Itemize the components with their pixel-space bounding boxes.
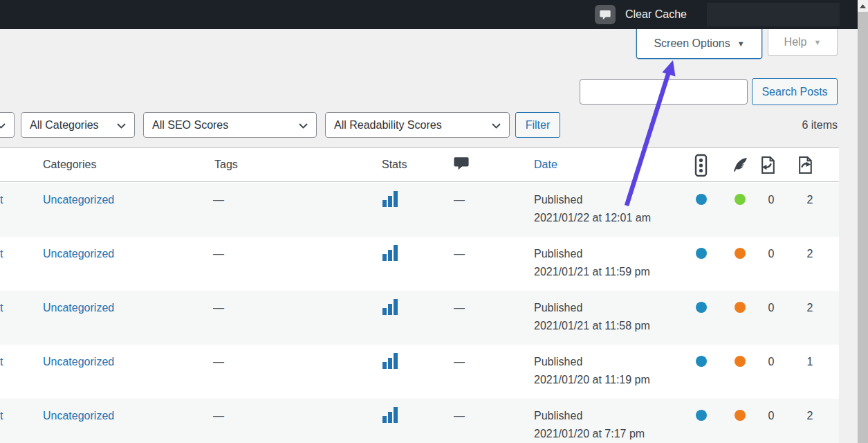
tags-value: — bbox=[213, 302, 224, 314]
readability-score-dot bbox=[735, 194, 746, 205]
incoming-links-count: 0 bbox=[764, 248, 778, 260]
chevron-down-icon: ▼ bbox=[814, 39, 822, 46]
post-date: 2021/01/21 at 11:59 pm bbox=[534, 266, 650, 278]
category-link[interactable]: Uncategorized bbox=[43, 410, 114, 422]
post-status: Published bbox=[534, 356, 582, 368]
category-link[interactable]: Uncategorized bbox=[43, 356, 114, 368]
seo-score-dot bbox=[696, 410, 707, 421]
scrollbar-thumb[interactable] bbox=[858, 12, 868, 443]
help-label: Help bbox=[784, 36, 807, 48]
chevron-down-icon bbox=[492, 119, 501, 132]
post-title-fragment[interactable]: t bbox=[0, 302, 3, 314]
chevron-down-icon: ▼ bbox=[737, 40, 745, 48]
tags-value: — bbox=[213, 248, 224, 260]
admin-bar-secondary-region bbox=[707, 3, 840, 26]
seo-score-dot bbox=[696, 248, 707, 259]
seo-scores-filter-value: All SEO Scores bbox=[152, 119, 228, 132]
post-status: Published bbox=[534, 194, 582, 206]
screen-options-label: Screen Options bbox=[654, 37, 730, 50]
category-link[interactable]: Uncategorized bbox=[43, 302, 114, 314]
seo-score-dot bbox=[696, 302, 707, 313]
post-date: 2021/01/21 at 11:58 pm bbox=[534, 320, 650, 332]
comment-bubble-icon bbox=[595, 5, 616, 24]
table-row: t Uncategorized — — Published 2021/01/21… bbox=[0, 291, 839, 345]
outgoing-links-count: 1 bbox=[803, 356, 817, 368]
table-header-row: Categories Tags Stats Date bbox=[0, 148, 839, 182]
post-date: 2021/01/20 at 11:19 pm bbox=[534, 374, 650, 386]
post-title-fragment[interactable]: t bbox=[0, 194, 3, 206]
chevron-down-icon bbox=[0, 119, 6, 132]
post-title-fragment[interactable]: t bbox=[0, 410, 3, 422]
readability-scores-filter-select[interactable]: All Readability Scores bbox=[325, 112, 510, 138]
readability-score-dot bbox=[735, 302, 746, 313]
stats-bar-chart-icon[interactable] bbox=[382, 298, 398, 319]
clear-cache-label: Clear Cache bbox=[625, 8, 687, 21]
incoming-links-count: 0 bbox=[764, 302, 778, 314]
incoming-links-count: 0 bbox=[764, 194, 778, 206]
column-header-date[interactable]: Date bbox=[534, 159, 557, 171]
outgoing-links-count: 2 bbox=[803, 248, 817, 260]
category-link[interactable]: Uncategorized bbox=[43, 194, 114, 206]
table-body: t Uncategorized — — Published 2021/01/22… bbox=[0, 183, 839, 443]
chevron-down-icon bbox=[299, 119, 308, 132]
column-header-tags[interactable]: Tags bbox=[214, 159, 238, 171]
readability-score-dot bbox=[735, 410, 746, 421]
table-row: t Uncategorized — — Published 2021/01/21… bbox=[0, 237, 839, 291]
comments-value: — bbox=[454, 410, 465, 422]
incoming-links-count: 0 bbox=[764, 410, 778, 422]
stats-bar-chart-icon[interactable] bbox=[382, 244, 398, 265]
incoming-links-icon[interactable] bbox=[759, 156, 777, 177]
column-header-stats: Stats bbox=[382, 159, 407, 171]
admin-bar-clear-cache[interactable]: Clear Cache bbox=[595, 0, 687, 29]
posts-table: Categories Tags Stats Date t Uncategoriz… bbox=[0, 147, 839, 443]
stats-bar-chart-icon[interactable] bbox=[382, 352, 398, 373]
tags-value: — bbox=[213, 356, 224, 368]
category-link[interactable]: Uncategorized bbox=[43, 248, 114, 260]
seo-scores-filter-select[interactable]: All SEO Scores bbox=[143, 112, 317, 138]
comments-value: — bbox=[454, 248, 465, 260]
screen-options-button[interactable]: Screen Options ▼ bbox=[636, 29, 762, 59]
incoming-links-count: 0 bbox=[764, 356, 778, 368]
table-row: t Uncategorized — — Published 2021/01/22… bbox=[0, 183, 839, 237]
filter-button[interactable]: Filter bbox=[515, 112, 560, 138]
comments-value: — bbox=[454, 302, 465, 314]
comments-value: — bbox=[454, 194, 465, 206]
readability-score-dot bbox=[735, 356, 746, 367]
seo-score-traffic-light-icon[interactable] bbox=[694, 154, 708, 180]
table-row: t Uncategorized — — Published 2021/01/20… bbox=[0, 345, 839, 399]
vertical-scrollbar[interactable] bbox=[858, 0, 868, 443]
search-posts-button[interactable]: Search Posts bbox=[752, 78, 838, 105]
comments-value: — bbox=[454, 356, 465, 368]
items-count: 6 items bbox=[730, 119, 838, 132]
help-button[interactable]: Help ▼ bbox=[768, 29, 838, 56]
readability-scores-filter-value: All Readability Scores bbox=[334, 119, 442, 132]
stats-bar-chart-icon[interactable] bbox=[382, 406, 398, 427]
readability-score-dot bbox=[735, 248, 746, 259]
post-status: Published bbox=[534, 248, 582, 260]
post-date: 2021/01/20 at 7:17 pm bbox=[534, 428, 645, 440]
post-status: Published bbox=[534, 302, 582, 314]
outgoing-links-count: 2 bbox=[803, 302, 817, 314]
table-row: t Uncategorized — — Published 2021/01/20… bbox=[0, 399, 839, 443]
scrollbar-up-arrow-icon[interactable] bbox=[858, 0, 868, 12]
post-date: 2021/01/22 at 12:01 am bbox=[534, 212, 651, 224]
post-title-fragment[interactable]: t bbox=[0, 356, 3, 368]
search-posts-input[interactable] bbox=[580, 79, 748, 105]
outgoing-links-count: 2 bbox=[803, 194, 817, 206]
tags-value: — bbox=[213, 194, 224, 206]
outgoing-links-count: 2 bbox=[803, 410, 817, 422]
admin-bar: Clear Cache bbox=[0, 0, 858, 29]
tags-value: — bbox=[213, 410, 224, 422]
comments-icon[interactable] bbox=[454, 156, 469, 173]
seo-score-dot bbox=[696, 356, 707, 367]
stats-bar-chart-icon[interactable] bbox=[382, 190, 398, 211]
post-status: Published bbox=[534, 410, 582, 422]
readability-feather-icon[interactable] bbox=[732, 156, 748, 176]
seo-score-dot bbox=[696, 194, 707, 205]
post-title-fragment[interactable]: t bbox=[0, 248, 3, 260]
dates-filter-select[interactable] bbox=[0, 112, 15, 138]
outgoing-links-icon[interactable] bbox=[797, 156, 815, 177]
column-header-categories[interactable]: Categories bbox=[43, 159, 96, 171]
categories-filter-select[interactable]: All Categories bbox=[21, 112, 135, 138]
chevron-down-icon bbox=[117, 119, 126, 132]
